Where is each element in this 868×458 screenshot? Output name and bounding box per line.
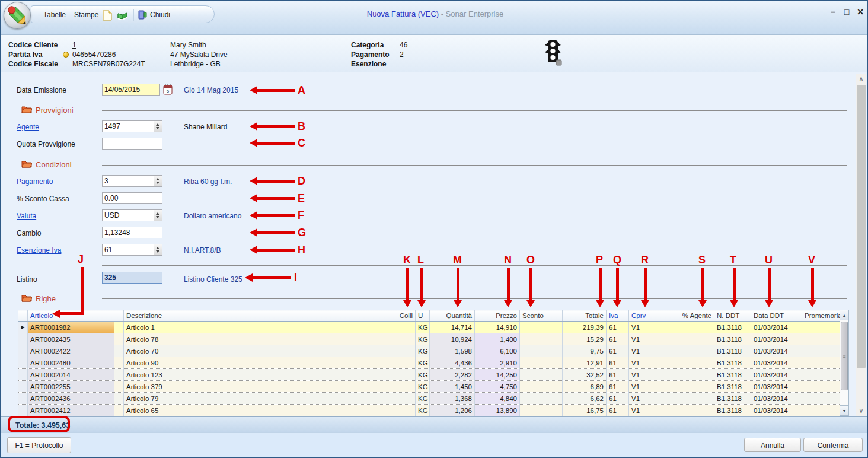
- cell-u[interactable]: KG: [416, 333, 430, 345]
- cell-colli[interactable]: [376, 345, 416, 357]
- table-scroll-down-icon[interactable]: ▼: [840, 405, 848, 415]
- cell-descrizione[interactable]: Articolo 79: [124, 393, 376, 405]
- cell-cprv[interactable]: V1: [629, 381, 676, 393]
- cell-totale[interactable]: 6,89: [563, 381, 607, 393]
- table-scrollbar[interactable]: ▲ ≡ ▼: [840, 310, 849, 416]
- cell-descrizione[interactable]: Articolo 90: [124, 357, 376, 369]
- esenzione-iva-input[interactable]: [102, 244, 155, 256]
- cell-nddt[interactable]: B1.3118: [714, 369, 751, 381]
- cell-iva[interactable]: 61: [607, 369, 629, 381]
- cell-cprv[interactable]: V1: [629, 322, 676, 333]
- cell-u[interactable]: KG: [416, 393, 430, 405]
- cell-agente[interactable]: [676, 357, 714, 369]
- cell-agente[interactable]: [676, 405, 714, 416]
- form-scroll-up-icon[interactable]: ∧: [856, 74, 866, 84]
- quota-provvigione-input[interactable]: [102, 138, 162, 150]
- cell-cprv[interactable]: V1: [629, 333, 676, 345]
- cell-colli[interactable]: [376, 405, 416, 416]
- close-door-icon[interactable]: [138, 10, 147, 21]
- esenzione-iva-spinner[interactable]: [154, 244, 162, 256]
- table-row[interactable]: ART0002255Articolo 379KG1,4504,7506,8961…: [18, 381, 840, 393]
- cell-totale[interactable]: 15,29: [563, 333, 607, 345]
- cell-quantita[interactable]: 1,450: [430, 381, 475, 393]
- cell-nddt[interactable]: B1.3118: [714, 322, 751, 333]
- cell-sconto[interactable]: [520, 333, 563, 345]
- cell-agente[interactable]: [676, 393, 714, 405]
- valuta-input[interactable]: [102, 209, 155, 221]
- sconto-cassa-input[interactable]: [102, 192, 162, 204]
- cell-prezzo[interactable]: 4,750: [475, 381, 520, 393]
- table-row[interactable]: ART0002436Articolo 79KG1,3684,8406,6261V…: [18, 393, 840, 405]
- agente-link[interactable]: Agente: [17, 123, 39, 131]
- form-scroll-down-icon[interactable]: ∨: [856, 406, 866, 416]
- cell-colli[interactable]: [376, 369, 416, 381]
- pagamento-input[interactable]: [102, 175, 155, 187]
- cell-cprv[interactable]: V1: [629, 345, 676, 357]
- cell-descrizione[interactable]: Articolo 379: [124, 381, 376, 393]
- close-button[interactable]: ✕: [854, 7, 866, 17]
- cell-articolo[interactable]: ART0002255: [28, 381, 114, 393]
- cell-articolo[interactable]: ART0001982: [28, 322, 114, 333]
- valuta-spinner[interactable]: [154, 209, 162, 221]
- cell-nddt[interactable]: B1.3118: [714, 345, 751, 357]
- cell-iva[interactable]: 61: [607, 333, 629, 345]
- cell-quantita[interactable]: 1,206: [430, 405, 475, 416]
- cell-dataddt[interactable]: 01/03/2014: [751, 381, 802, 393]
- cell-dataddt[interactable]: 01/03/2014: [751, 345, 802, 357]
- cell-descrizione[interactable]: Articolo 78: [124, 333, 376, 345]
- new-document-icon[interactable]: [103, 10, 112, 23]
- menu-tabelle[interactable]: Tabelle: [43, 10, 66, 20]
- cell-sconto[interactable]: [520, 369, 563, 381]
- cell-agente[interactable]: [676, 381, 714, 393]
- minimize-button[interactable]: –: [827, 7, 839, 17]
- menu-stampe[interactable]: Stampe: [74, 10, 98, 20]
- help-book-icon[interactable]: [117, 11, 128, 22]
- listino-input[interactable]: [102, 272, 162, 284]
- cell-dataddt[interactable]: 01/03/2014: [751, 405, 802, 416]
- cell-iva[interactable]: 61: [607, 357, 629, 369]
- cell-u[interactable]: KG: [416, 322, 430, 333]
- cell-prezzo[interactable]: 1,400: [475, 333, 520, 345]
- cell-quantita[interactable]: 14,714: [430, 322, 475, 333]
- cell-dataddt[interactable]: 01/03/2014: [751, 393, 802, 405]
- cell-dataddt[interactable]: 01/03/2014: [751, 357, 802, 369]
- cell-iva[interactable]: 61: [607, 393, 629, 405]
- cell-promemoria[interactable]: [802, 405, 840, 416]
- cell-cprv[interactable]: V1: [629, 357, 676, 369]
- cell-descrizione[interactable]: Articolo 65: [124, 405, 376, 416]
- cell-promemoria[interactable]: [802, 357, 840, 369]
- cell-u[interactable]: KG: [416, 357, 430, 369]
- cell-prezzo[interactable]: 2,910: [475, 357, 520, 369]
- cell-totale[interactable]: 6,62: [563, 393, 607, 405]
- cell-totale[interactable]: 219,39: [563, 322, 607, 333]
- f1-protocollo-button[interactable]: F1 = Protocollo: [7, 437, 71, 453]
- header-cprv[interactable]: Cprv: [629, 310, 676, 322]
- cell-promemoria[interactable]: [802, 322, 840, 333]
- cell-quantita[interactable]: 4,436: [430, 357, 475, 369]
- cell-promemoria[interactable]: [802, 381, 840, 393]
- cell-colli[interactable]: [376, 357, 416, 369]
- table-scrollbar-thumb[interactable]: ≡: [841, 322, 848, 390]
- cell-agente[interactable]: [676, 345, 714, 357]
- cell-colli[interactable]: [376, 322, 416, 333]
- cell-sconto[interactable]: [520, 357, 563, 369]
- maximize-button[interactable]: □: [841, 7, 853, 17]
- cell-dataddt[interactable]: 01/03/2014: [751, 322, 802, 333]
- chiudi-button[interactable]: Chiudi: [150, 10, 170, 20]
- cell-articolo[interactable]: ART0002412: [28, 405, 114, 416]
- cell-sconto[interactable]: [520, 345, 563, 357]
- cell-descrizione[interactable]: Articolo 123: [124, 369, 376, 381]
- header-iva[interactable]: Iva: [607, 310, 629, 322]
- cell-totale[interactable]: 32,52: [563, 369, 607, 381]
- cell-u[interactable]: KG: [416, 345, 430, 357]
- cell-cprv[interactable]: V1: [629, 393, 676, 405]
- form-scrollbar-thumb[interactable]: [857, 85, 866, 368]
- cell-nddt[interactable]: B1.3118: [714, 405, 751, 416]
- table-row[interactable]: ▶ART0001982Articolo 1KG14,71414,910219,3…: [18, 322, 840, 333]
- cell-cprv[interactable]: V1: [629, 405, 676, 416]
- cell-sconto[interactable]: [520, 381, 563, 393]
- cell-promemoria[interactable]: [802, 333, 840, 345]
- cell-colli[interactable]: [376, 393, 416, 405]
- codice-cliente-link[interactable]: 1: [72, 41, 76, 49]
- cell-promemoria[interactable]: [802, 345, 840, 357]
